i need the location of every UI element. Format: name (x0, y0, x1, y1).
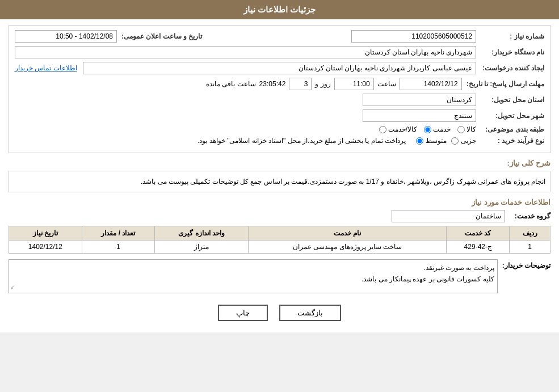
category-khedmat-label: خدمت (433, 125, 451, 133)
buyer-notes-label: توضیحات خریدار: (498, 259, 550, 269)
services-title: اطلاعات خدمات مورد نیاز (9, 198, 550, 206)
service-group-label: گروه خدمت: (505, 212, 550, 220)
process-motavasset-item: متوسط (416, 137, 447, 145)
page-header: جزئیات اطلاعات نیاز (0, 0, 559, 19)
date-label: تاریخ و ساعت اعلان عمومی: (117, 32, 202, 40)
buyer-notes-box: پرداخت به صورت غیرنقد. کلیه کسورات قانون… (9, 259, 498, 293)
deadline-date: 1402/12/12 (400, 78, 462, 90)
deadline-remaining-label: ساعت باقی مانده (206, 80, 256, 88)
deadline-day-label: روز و (315, 80, 330, 88)
category-khedmat-radio[interactable] (424, 126, 431, 133)
col-name: نام خدمت (248, 226, 446, 241)
need-desc-title: شرح کلی نیاز: (9, 159, 550, 167)
row-category: طبقه بندی موضوعی: کالا خدمت کالا/خدمت (15, 125, 544, 133)
col-code: کد خدمت (447, 226, 510, 241)
buyer-notes-section: توضیحات خریدار: پرداخت به صورت غیرنقد. ک… (9, 259, 550, 293)
deadline-time: 11:00 (334, 78, 374, 90)
cell-date: 1402/12/12 (9, 241, 82, 254)
row-need-number: شماره نیاز : 1102005605000512 تاریخ و سا… (15, 30, 544, 43)
contact-link[interactable]: اطلاعات تماس خریدار (15, 64, 77, 72)
category-khedmat-item: خدمت (424, 125, 451, 133)
row-province: استان محل تحویل: کردستان (15, 94, 544, 106)
deadline-days: 3 (289, 78, 312, 90)
row-process: نوع فرآیند خرید : جزیی متوسط پرداخت تمام… (15, 137, 544, 145)
province-value: کردستان (363, 94, 476, 106)
deadline-time-label: ساعت (377, 80, 396, 88)
need-desc-text: انجام پروژه های عمرانی شهرک زاگرس ،ویلاش… (9, 171, 550, 192)
deadline-remaining: 23:05:42 (259, 80, 286, 88)
row-city: شهر محل تحویل: سنندج (15, 109, 544, 122)
resize-handle: ↙ (10, 283, 15, 292)
row-deadline: مهلت ارسال پاسخ: تا تاریخ: 1402/12/12 سا… (15, 78, 544, 90)
buyer-org-label: نام دستگاه خریدار: (476, 48, 544, 56)
process-text: پرداخت تمام یا بخشی از مبلغ خرید،از محل … (197, 137, 406, 145)
buttons-row: بازگشت چاپ (9, 299, 550, 327)
info-section: شماره نیاز : 1102005605000512 تاریخ و سا… (9, 25, 550, 153)
process-motavasset-radio[interactable] (416, 137, 423, 145)
creator-value: عیسی عباسی کاربرداز شهرداری ناحیه بهاران… (83, 62, 476, 74)
col-qty: تعداد / مقدار (82, 226, 155, 241)
process-jozi-radio[interactable] (451, 137, 459, 145)
category-kala-label: کالا (466, 125, 476, 133)
row-buyer-org: نام دستگاه خریدار: شهرداری ناحیه بهاران … (15, 46, 544, 58)
category-kala-item: کالا (457, 125, 476, 133)
service-group-value: ساختمان (392, 210, 505, 222)
cell-name: ساخت سایر پروژه‌های مهندسی عمران (248, 241, 446, 254)
buyer-notes-text: پرداخت به صورت غیرنقد. کلیه کسورات قانون… (362, 264, 494, 283)
col-row: ردیف (510, 226, 550, 241)
cell-qty: 1 (82, 241, 155, 254)
col-date: تاریخ نیاز (9, 226, 82, 241)
city-label: شهر محل تحویل: (476, 112, 544, 120)
col-unit: واحد اندازه گیری (155, 226, 249, 241)
page-title: جزئیات اطلاعات نیاز (243, 5, 316, 14)
creator-label: ایجاد کننده درخواست: (476, 64, 544, 72)
process-row: جزیی متوسط پرداخت تمام یا بخشی از مبلغ خ… (197, 137, 476, 145)
category-both-radio[interactable] (379, 126, 386, 133)
group-row: گروه خدمت: ساختمان (9, 210, 550, 222)
date-value: 1402/12/08 - 10:50 (15, 30, 117, 43)
buyer-org-value: شهرداری ناحیه بهاران استان کردستان (15, 46, 476, 58)
back-button[interactable]: بازگشت (279, 305, 341, 321)
category-label: طبقه بندی موضوعی: (476, 125, 544, 133)
services-table: ردیف کد خدمت نام خدمت واحد اندازه گیری ت… (9, 226, 550, 254)
category-both-label: کالا/خدمت (388, 125, 417, 133)
process-label: نوع فرآیند خرید : (476, 137, 544, 145)
cell-code: ج-42-429 (447, 241, 510, 254)
process-jozi-label: جزیی (461, 137, 476, 145)
cell-unit: متراژ (155, 241, 249, 254)
process-motavasset-label: متوسط (426, 137, 447, 145)
category-both-item: کالا/خدمت (379, 125, 417, 133)
need-number-label: شماره نیاز : (476, 32, 544, 40)
row-creator: ایجاد کننده درخواست: عیسی عباسی کاربرداز… (15, 62, 544, 74)
need-desc-section: شرح کلی نیاز: انجام پروژه های عمرانی شهر… (9, 159, 550, 192)
category-kala-radio[interactable] (457, 126, 465, 133)
category-radio-group: کالا خدمت کالا/خدمت (379, 125, 476, 133)
need-number-value: 1102005605000512 (351, 30, 476, 43)
deadline-label: مهلت ارسال پاسخ: تا تاریخ: (462, 80, 544, 88)
cell-row: 1 (510, 241, 550, 254)
city-value: سنندج (363, 109, 476, 122)
process-jozi-item: جزیی (451, 137, 476, 145)
print-button[interactable]: چاپ (218, 305, 268, 321)
province-label: استان محل تحویل: (476, 96, 544, 104)
table-row: 1 ج-42-429 ساخت سایر پروژه‌های مهندسی عم… (9, 241, 550, 254)
services-section: اطلاعات خدمات مورد نیاز گروه خدمت: ساختم… (9, 198, 550, 254)
